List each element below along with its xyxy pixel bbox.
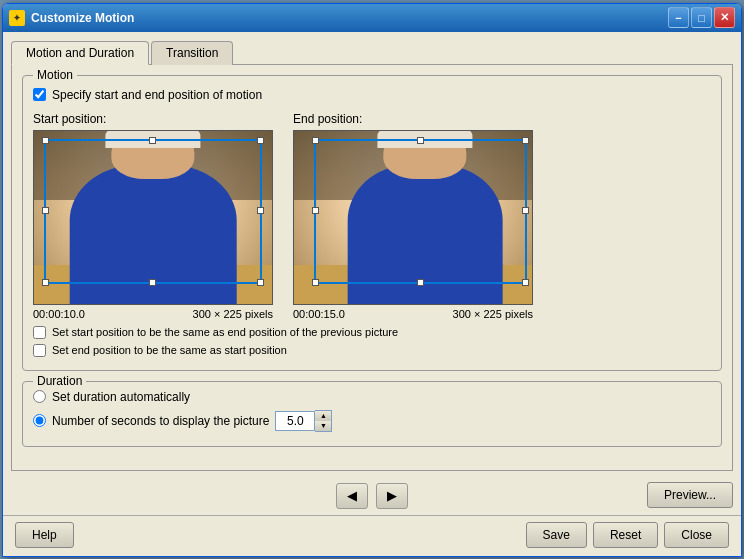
- forward-button[interactable]: ▶: [376, 483, 408, 509]
- minimize-button[interactable]: −: [668, 7, 689, 28]
- auto-duration-row: Set duration automatically: [33, 390, 711, 404]
- tab-motion-duration[interactable]: Motion and Duration: [11, 41, 149, 65]
- option-rows: Set start position to be the same as end…: [33, 326, 711, 357]
- title-bar-icon: ✦: [9, 10, 25, 26]
- end-time: 00:00:15.0: [293, 308, 345, 320]
- start-size: 300 × 225 pixels: [193, 308, 273, 320]
- end-handle-bl[interactable]: [312, 279, 319, 286]
- handle-br[interactable]: [257, 279, 264, 286]
- handle-tm[interactable]: [149, 137, 156, 144]
- seconds-input[interactable]: 5.0: [275, 411, 315, 431]
- end-image-meta: 00:00:15.0 300 × 225 pixels: [293, 308, 533, 320]
- handle-tl[interactable]: [42, 137, 49, 144]
- end-handle-bm[interactable]: [417, 279, 424, 286]
- end-handle-mr[interactable]: [522, 207, 529, 214]
- seconds-spinner: 5.0 ▲ ▼: [275, 410, 332, 432]
- end-size: 300 × 225 pixels: [453, 308, 533, 320]
- preview-button[interactable]: Preview...: [647, 482, 733, 508]
- close-window-button[interactable]: ✕: [714, 7, 735, 28]
- option2-row: Set end position to be the same as start…: [33, 344, 711, 357]
- start-image-frame[interactable]: [33, 130, 273, 305]
- spinner-buttons: ▲ ▼: [315, 410, 332, 432]
- specify-position-label: Specify start and end position of motion: [52, 88, 262, 102]
- spinner-down-button[interactable]: ▼: [315, 421, 331, 431]
- spinner-up-button[interactable]: ▲: [315, 411, 331, 421]
- bottom-navigation: ◀ ▶: [336, 483, 408, 509]
- start-position-block: Start position:: [33, 112, 273, 320]
- end-handle-tm[interactable]: [417, 137, 424, 144]
- title-bar-buttons: − □ ✕: [668, 7, 735, 28]
- end-position-label: End position:: [293, 112, 533, 126]
- end-image-frame[interactable]: [293, 130, 533, 305]
- start-selection-box: [44, 139, 262, 284]
- help-button[interactable]: Help: [15, 522, 74, 548]
- footer-right-buttons: Save Reset Close: [526, 522, 729, 548]
- save-button[interactable]: Save: [526, 522, 587, 548]
- option1-checkbox[interactable]: [33, 326, 46, 339]
- title-bar: ✦ Customize Motion − □ ✕: [3, 4, 741, 32]
- specify-position-row: Specify start and end position of motion: [33, 88, 711, 102]
- option2-label: Set end position to be the same as start…: [52, 344, 287, 356]
- option2-checkbox[interactable]: [33, 344, 46, 357]
- auto-duration-label: Set duration automatically: [52, 390, 190, 404]
- option1-row: Set start position to be the same as end…: [33, 326, 711, 339]
- end-selection-box: [314, 139, 527, 284]
- handle-ml[interactable]: [42, 207, 49, 214]
- images-row: Start position:: [33, 112, 711, 320]
- tab-transition[interactable]: Transition: [151, 41, 233, 65]
- specify-position-checkbox[interactable]: [33, 88, 46, 101]
- end-handle-ml[interactable]: [312, 207, 319, 214]
- duration-group: Duration Set duration automatically Numb…: [22, 381, 722, 447]
- tab-bar: Motion and Duration Transition: [11, 40, 733, 65]
- motion-group: Motion Specify start and end position of…: [22, 75, 722, 371]
- handle-bl[interactable]: [42, 279, 49, 286]
- divider: [3, 515, 741, 516]
- start-position-label: Start position:: [33, 112, 273, 126]
- dialog-content: Motion and Duration Transition Motion Sp…: [3, 32, 741, 556]
- auto-duration-radio[interactable]: [33, 390, 46, 403]
- end-handle-tl[interactable]: [312, 137, 319, 144]
- end-position-block: End position:: [293, 112, 533, 320]
- option1-label: Set start position to be the same as end…: [52, 326, 398, 338]
- back-button[interactable]: ◀: [336, 483, 368, 509]
- close-button[interactable]: Close: [664, 522, 729, 548]
- end-handle-tr[interactable]: [522, 137, 529, 144]
- manual-duration-label: Number of seconds to display the picture: [52, 414, 269, 428]
- duration-group-title: Duration: [33, 374, 86, 388]
- restore-button[interactable]: □: [691, 7, 712, 28]
- reset-button[interactable]: Reset: [593, 522, 658, 548]
- footer-buttons: Help Save Reset Close: [11, 522, 733, 548]
- handle-mr[interactable]: [257, 207, 264, 214]
- handle-bm[interactable]: [149, 279, 156, 286]
- tab-panel-motion: Motion Specify start and end position of…: [11, 65, 733, 471]
- end-handle-br[interactable]: [522, 279, 529, 286]
- start-time: 00:00:10.0: [33, 308, 85, 320]
- manual-duration-radio[interactable]: [33, 414, 46, 427]
- manual-duration-row: Number of seconds to display the picture…: [33, 410, 711, 432]
- motion-group-title: Motion: [33, 68, 77, 82]
- start-image-meta: 00:00:10.0 300 × 225 pixels: [33, 308, 273, 320]
- handle-tr[interactable]: [257, 137, 264, 144]
- dialog-window: ✦ Customize Motion − □ ✕ Motion and Dura…: [2, 3, 742, 557]
- title-bar-title: Customize Motion: [31, 11, 668, 25]
